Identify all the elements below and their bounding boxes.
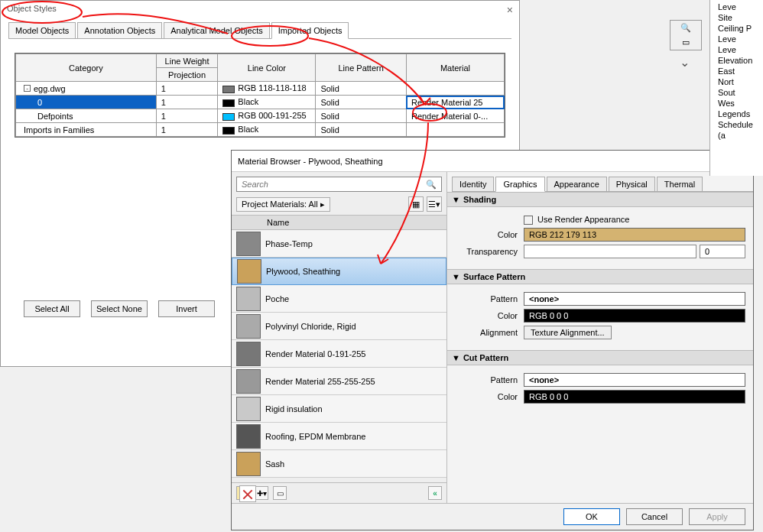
object-styles-title: Object Styles (1, 1, 519, 16)
invert-button[interactable]: Invert (158, 300, 215, 317)
texture-alignment-button[interactable]: Texture Alignment... (524, 326, 612, 339)
tree-item[interactable]: Leve (712, 34, 761, 44)
use-render-appearance-checkbox[interactable] (524, 216, 533, 225)
col-line-color[interactable]: Line Color (218, 54, 316, 82)
material-list-item[interactable]: Render Material 0-191-255 (232, 340, 446, 368)
tab-graphics[interactable]: Graphics (495, 177, 544, 192)
projection-cell[interactable]: 1 (156, 96, 218, 109)
projection-cell[interactable]: 1 (156, 109, 218, 123)
chevron-down-icon[interactable]: ⌄ (680, 55, 690, 70)
surface-pattern-field[interactable]: <none> (524, 292, 745, 306)
material-cell[interactable] (406, 82, 504, 96)
material-search[interactable]: 🔍 (236, 177, 442, 192)
project-browser[interactable]: LeveSiteCeiling PLeveLeveElevationEastNo… (709, 0, 763, 176)
line-color-cell[interactable]: RGB 000-191-255 (218, 109, 316, 123)
alignment-label: Alignment (455, 328, 524, 337)
table-row[interactable]: -egg.dwg1RGB 118-118-118Solid (16, 82, 505, 96)
col-projection[interactable]: Projection (156, 68, 218, 82)
transparency-value[interactable]: 0 (700, 245, 745, 258)
material-list-item[interactable]: Render Material 255-255-255 (232, 368, 446, 395)
tab-annotation-objects[interactable]: Annotation Objects (77, 22, 162, 38)
tab-physical[interactable]: Physical (609, 177, 655, 191)
line-pattern-cell[interactable]: Solid (316, 96, 407, 109)
tree-item[interactable]: East (712, 66, 761, 76)
tree-item[interactable]: Schedule (712, 119, 761, 130)
close-icon[interactable]: × (507, 4, 513, 16)
material-list-item[interactable]: Rigid insulation (232, 395, 446, 423)
tree-item[interactable]: Leve (712, 44, 761, 55)
tab-appearance[interactable]: Appearance (547, 177, 607, 191)
material-cell[interactable]: Render Material 25 (406, 96, 504, 109)
table-row[interactable]: Defpoints1RGB 000-191-255SolidRender Mat… (16, 109, 505, 123)
tree-item[interactable]: Elevation (712, 55, 761, 66)
tree-item[interactable]: (a (712, 130, 761, 141)
tab-identity[interactable]: Identity (452, 177, 494, 191)
material-tabs: Identity Graphics Appearance Physical Th… (452, 177, 753, 192)
transparency-slider[interactable] (524, 245, 696, 258)
search-input[interactable] (237, 177, 421, 191)
material-name: Poche (265, 294, 289, 303)
material-thumbnail (237, 259, 261, 284)
layout-icon[interactable]: ▭ (273, 486, 287, 500)
tab-imported-objects[interactable]: Imported Objects (271, 22, 349, 39)
material-list-item[interactable]: Roofing, EPDM Membrane (232, 423, 446, 450)
line-pattern-cell[interactable]: Solid (316, 109, 407, 123)
search-icon[interactable]: 🔍 (421, 180, 441, 190)
line-pattern-cell[interactable]: Solid (316, 123, 407, 137)
surface-color-field[interactable]: RGB 0 0 0 (524, 309, 745, 323)
cut-pattern-field[interactable]: <none> (524, 373, 745, 387)
tree-item[interactable]: Nort (712, 76, 761, 87)
col-category[interactable]: Category (16, 54, 157, 82)
tab-analytical-model-objects[interactable]: Analytical Model Objects (164, 22, 269, 38)
material-list-item[interactable]: Phase-Temp (232, 230, 446, 258)
table-row[interactable]: Imports in Families1BlackSolid (16, 123, 505, 137)
material-list-item[interactable]: Plywood, Sheathing (232, 258, 446, 285)
table-row[interactable]: 01BlackSolidRender Material 25 (16, 96, 505, 109)
tree-item[interactable]: Ceiling P (712, 23, 761, 34)
cancel-button[interactable]: Cancel (626, 508, 683, 525)
zoom-icon[interactable]: 🔍 (680, 23, 691, 33)
col-line-pattern[interactable]: Line Pattern (316, 54, 407, 82)
shading-color-field[interactable]: RGB 212 179 113 (524, 228, 745, 242)
material-list-item[interactable]: Sash (232, 450, 446, 478)
material-list-item[interactable]: Polyvinyl Chloride, Rigid (232, 313, 446, 340)
view-control-toolbar[interactable]: 🔍▭ (670, 20, 702, 50)
ok-button[interactable]: OK (563, 508, 620, 525)
line-color-cell[interactable]: Black (218, 123, 316, 137)
line-pattern-cell[interactable]: Solid (316, 82, 407, 96)
cut-pattern-section-header[interactable]: ▼Cut Pattern (447, 350, 753, 365)
material-list-item[interactable]: Poche (232, 285, 446, 313)
apply-button[interactable]: Apply (689, 508, 745, 525)
material-list[interactable]: Phase-TempPlywood, SheathingPochePolyvin… (232, 230, 446, 482)
select-none-button[interactable]: Select None (91, 300, 148, 317)
tree-item[interactable]: Site (712, 12, 761, 23)
select-all-button[interactable]: Select All (24, 300, 80, 317)
projection-cell[interactable]: 1 (156, 123, 218, 137)
new-material-icon[interactable]: ✚▾ (255, 486, 268, 500)
tree-item[interactable]: Leve (712, 2, 761, 12)
object-styles-tabs: Model Objects Annotation Objects Analyti… (8, 22, 511, 39)
collapse-icon[interactable]: « (428, 486, 442, 500)
col-line-weight[interactable]: Line Weight (156, 54, 218, 68)
projection-cell[interactable]: 1 (156, 82, 218, 96)
line-color-cell[interactable]: Black (218, 96, 316, 109)
material-cell[interactable] (406, 123, 504, 137)
material-list-header[interactable]: Name (232, 215, 446, 230)
surface-pattern-section-header[interactable]: ▼Surface Pattern (447, 269, 753, 284)
tree-item[interactable]: Sout (712, 87, 761, 98)
col-material[interactable]: Material (406, 54, 504, 82)
tree-toggle-icon[interactable]: - (24, 85, 31, 92)
tree-item[interactable]: Wes (712, 98, 761, 109)
view-grid-icon[interactable]: ▦ (408, 196, 424, 212)
view-icon[interactable]: ▭ (682, 37, 690, 47)
tree-item[interactable]: Legends (712, 109, 761, 119)
view-list-icon[interactable]: ☰▾ (427, 196, 442, 212)
line-color-cell[interactable]: RGB 118-118-118 (218, 82, 316, 96)
shading-section-header[interactable]: ▼Shading (447, 192, 753, 207)
material-cell[interactable]: Render Material 0-... (406, 109, 504, 123)
tab-model-objects[interactable]: Model Objects (8, 22, 76, 38)
project-materials-filter[interactable]: Project Materials: All ▸ (236, 197, 330, 212)
tab-thermal[interactable]: Thermal (657, 177, 703, 191)
cut-color-field[interactable]: RGB 0 0 0 (524, 390, 745, 404)
no-asset-icon[interactable] (239, 485, 256, 502)
